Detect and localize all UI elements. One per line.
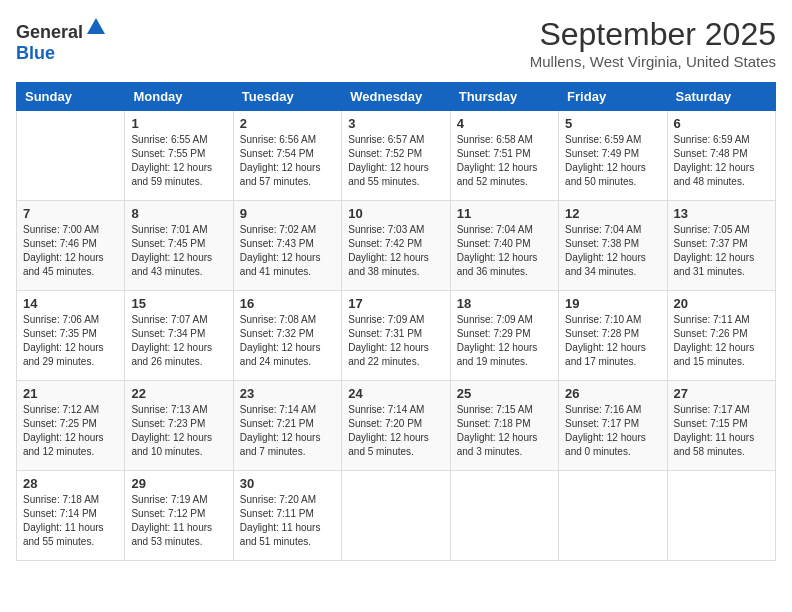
weekday-header-wednesday: Wednesday bbox=[342, 83, 450, 111]
calendar-cell: 20Sunrise: 7:11 AM Sunset: 7:26 PM Dayli… bbox=[667, 291, 775, 381]
logo: General Blue bbox=[16, 16, 107, 64]
calendar-cell: 10Sunrise: 7:03 AM Sunset: 7:42 PM Dayli… bbox=[342, 201, 450, 291]
day-number: 26 bbox=[565, 386, 660, 401]
day-number: 15 bbox=[131, 296, 226, 311]
calendar-cell: 5Sunrise: 6:59 AM Sunset: 7:49 PM Daylig… bbox=[559, 111, 667, 201]
day-info: Sunrise: 7:14 AM Sunset: 7:20 PM Dayligh… bbox=[348, 403, 443, 459]
weekday-header-tuesday: Tuesday bbox=[233, 83, 341, 111]
calendar-cell: 12Sunrise: 7:04 AM Sunset: 7:38 PM Dayli… bbox=[559, 201, 667, 291]
weekday-header-monday: Monday bbox=[125, 83, 233, 111]
logo-blue: Blue bbox=[16, 43, 55, 63]
weekday-header-saturday: Saturday bbox=[667, 83, 775, 111]
day-number: 8 bbox=[131, 206, 226, 221]
day-number: 10 bbox=[348, 206, 443, 221]
calendar-cell: 23Sunrise: 7:14 AM Sunset: 7:21 PM Dayli… bbox=[233, 381, 341, 471]
calendar-cell bbox=[17, 111, 125, 201]
day-number: 12 bbox=[565, 206, 660, 221]
calendar-cell: 25Sunrise: 7:15 AM Sunset: 7:18 PM Dayli… bbox=[450, 381, 558, 471]
day-number: 19 bbox=[565, 296, 660, 311]
calendar-cell: 9Sunrise: 7:02 AM Sunset: 7:43 PM Daylig… bbox=[233, 201, 341, 291]
calendar-cell: 1Sunrise: 6:55 AM Sunset: 7:55 PM Daylig… bbox=[125, 111, 233, 201]
day-info: Sunrise: 7:07 AM Sunset: 7:34 PM Dayligh… bbox=[131, 313, 226, 369]
title-section: September 2025 Mullens, West Virginia, U… bbox=[530, 16, 776, 70]
week-row-5: 28Sunrise: 7:18 AM Sunset: 7:14 PM Dayli… bbox=[17, 471, 776, 561]
day-info: Sunrise: 7:12 AM Sunset: 7:25 PM Dayligh… bbox=[23, 403, 118, 459]
svg-marker-0 bbox=[87, 18, 105, 34]
day-info: Sunrise: 7:11 AM Sunset: 7:26 PM Dayligh… bbox=[674, 313, 769, 369]
day-number: 2 bbox=[240, 116, 335, 131]
week-row-3: 14Sunrise: 7:06 AM Sunset: 7:35 PM Dayli… bbox=[17, 291, 776, 381]
day-number: 17 bbox=[348, 296, 443, 311]
day-info: Sunrise: 7:20 AM Sunset: 7:11 PM Dayligh… bbox=[240, 493, 335, 549]
logo-icon bbox=[85, 16, 107, 38]
calendar-cell: 16Sunrise: 7:08 AM Sunset: 7:32 PM Dayli… bbox=[233, 291, 341, 381]
calendar-cell: 19Sunrise: 7:10 AM Sunset: 7:28 PM Dayli… bbox=[559, 291, 667, 381]
day-number: 28 bbox=[23, 476, 118, 491]
day-info: Sunrise: 7:01 AM Sunset: 7:45 PM Dayligh… bbox=[131, 223, 226, 279]
calendar-cell bbox=[450, 471, 558, 561]
day-info: Sunrise: 7:03 AM Sunset: 7:42 PM Dayligh… bbox=[348, 223, 443, 279]
day-info: Sunrise: 7:17 AM Sunset: 7:15 PM Dayligh… bbox=[674, 403, 769, 459]
day-info: Sunrise: 7:09 AM Sunset: 7:29 PM Dayligh… bbox=[457, 313, 552, 369]
day-info: Sunrise: 7:14 AM Sunset: 7:21 PM Dayligh… bbox=[240, 403, 335, 459]
day-info: Sunrise: 7:04 AM Sunset: 7:40 PM Dayligh… bbox=[457, 223, 552, 279]
calendar-cell: 14Sunrise: 7:06 AM Sunset: 7:35 PM Dayli… bbox=[17, 291, 125, 381]
calendar-cell: 21Sunrise: 7:12 AM Sunset: 7:25 PM Dayli… bbox=[17, 381, 125, 471]
day-info: Sunrise: 7:06 AM Sunset: 7:35 PM Dayligh… bbox=[23, 313, 118, 369]
day-number: 24 bbox=[348, 386, 443, 401]
calendar-cell: 15Sunrise: 7:07 AM Sunset: 7:34 PM Dayli… bbox=[125, 291, 233, 381]
day-number: 20 bbox=[674, 296, 769, 311]
day-number: 6 bbox=[674, 116, 769, 131]
day-info: Sunrise: 7:18 AM Sunset: 7:14 PM Dayligh… bbox=[23, 493, 118, 549]
location: Mullens, West Virginia, United States bbox=[530, 53, 776, 70]
day-info: Sunrise: 7:02 AM Sunset: 7:43 PM Dayligh… bbox=[240, 223, 335, 279]
week-row-1: 1Sunrise: 6:55 AM Sunset: 7:55 PM Daylig… bbox=[17, 111, 776, 201]
page-header: General Blue September 2025 Mullens, Wes… bbox=[16, 16, 776, 70]
calendar-cell: 27Sunrise: 7:17 AM Sunset: 7:15 PM Dayli… bbox=[667, 381, 775, 471]
day-number: 25 bbox=[457, 386, 552, 401]
calendar-cell: 28Sunrise: 7:18 AM Sunset: 7:14 PM Dayli… bbox=[17, 471, 125, 561]
day-number: 5 bbox=[565, 116, 660, 131]
day-info: Sunrise: 7:19 AM Sunset: 7:12 PM Dayligh… bbox=[131, 493, 226, 549]
day-number: 30 bbox=[240, 476, 335, 491]
weekday-header-friday: Friday bbox=[559, 83, 667, 111]
calendar-cell: 7Sunrise: 7:00 AM Sunset: 7:46 PM Daylig… bbox=[17, 201, 125, 291]
calendar-cell: 24Sunrise: 7:14 AM Sunset: 7:20 PM Dayli… bbox=[342, 381, 450, 471]
day-info: Sunrise: 7:00 AM Sunset: 7:46 PM Dayligh… bbox=[23, 223, 118, 279]
calendar-cell: 4Sunrise: 6:58 AM Sunset: 7:51 PM Daylig… bbox=[450, 111, 558, 201]
calendar-cell: 11Sunrise: 7:04 AM Sunset: 7:40 PM Dayli… bbox=[450, 201, 558, 291]
calendar-cell: 26Sunrise: 7:16 AM Sunset: 7:17 PM Dayli… bbox=[559, 381, 667, 471]
day-number: 16 bbox=[240, 296, 335, 311]
day-number: 3 bbox=[348, 116, 443, 131]
day-number: 22 bbox=[131, 386, 226, 401]
calendar-cell: 2Sunrise: 6:56 AM Sunset: 7:54 PM Daylig… bbox=[233, 111, 341, 201]
calendar-cell: 17Sunrise: 7:09 AM Sunset: 7:31 PM Dayli… bbox=[342, 291, 450, 381]
day-number: 29 bbox=[131, 476, 226, 491]
weekday-header-row: SundayMondayTuesdayWednesdayThursdayFrid… bbox=[17, 83, 776, 111]
weekday-header-sunday: Sunday bbox=[17, 83, 125, 111]
calendar-cell bbox=[667, 471, 775, 561]
day-info: Sunrise: 7:05 AM Sunset: 7:37 PM Dayligh… bbox=[674, 223, 769, 279]
day-number: 7 bbox=[23, 206, 118, 221]
calendar-cell: 8Sunrise: 7:01 AM Sunset: 7:45 PM Daylig… bbox=[125, 201, 233, 291]
day-info: Sunrise: 7:09 AM Sunset: 7:31 PM Dayligh… bbox=[348, 313, 443, 369]
calendar-cell: 3Sunrise: 6:57 AM Sunset: 7:52 PM Daylig… bbox=[342, 111, 450, 201]
day-number: 18 bbox=[457, 296, 552, 311]
day-number: 11 bbox=[457, 206, 552, 221]
day-number: 14 bbox=[23, 296, 118, 311]
day-info: Sunrise: 7:08 AM Sunset: 7:32 PM Dayligh… bbox=[240, 313, 335, 369]
day-number: 13 bbox=[674, 206, 769, 221]
day-info: Sunrise: 7:10 AM Sunset: 7:28 PM Dayligh… bbox=[565, 313, 660, 369]
day-number: 9 bbox=[240, 206, 335, 221]
week-row-2: 7Sunrise: 7:00 AM Sunset: 7:46 PM Daylig… bbox=[17, 201, 776, 291]
day-info: Sunrise: 6:58 AM Sunset: 7:51 PM Dayligh… bbox=[457, 133, 552, 189]
calendar-table: SundayMondayTuesdayWednesdayThursdayFrid… bbox=[16, 82, 776, 561]
day-info: Sunrise: 6:59 AM Sunset: 7:49 PM Dayligh… bbox=[565, 133, 660, 189]
day-info: Sunrise: 7:16 AM Sunset: 7:17 PM Dayligh… bbox=[565, 403, 660, 459]
calendar-cell bbox=[342, 471, 450, 561]
logo-general: General bbox=[16, 22, 83, 42]
day-number: 27 bbox=[674, 386, 769, 401]
calendar-cell: 18Sunrise: 7:09 AM Sunset: 7:29 PM Dayli… bbox=[450, 291, 558, 381]
calendar-cell: 22Sunrise: 7:13 AM Sunset: 7:23 PM Dayli… bbox=[125, 381, 233, 471]
calendar-cell: 13Sunrise: 7:05 AM Sunset: 7:37 PM Dayli… bbox=[667, 201, 775, 291]
